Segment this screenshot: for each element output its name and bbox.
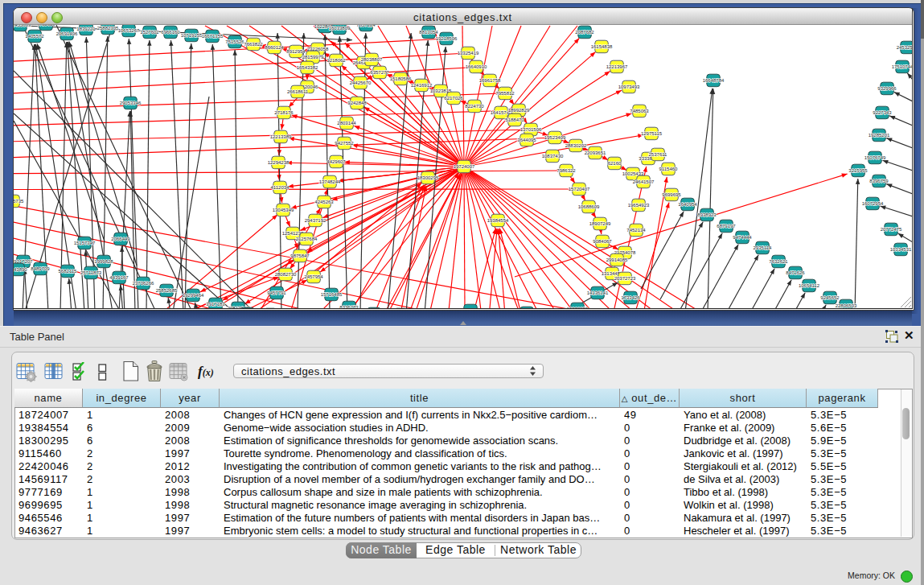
- svg-text:10025433: 10025433: [622, 171, 644, 176]
- svg-text:19724007: 19724007: [454, 164, 475, 169]
- svg-text:9242848: 9242848: [347, 101, 367, 105]
- svg-text:25882305: 25882305: [97, 26, 119, 31]
- svg-text:13748244: 13748244: [319, 179, 341, 184]
- svg-text:6357277: 6357277: [370, 70, 389, 75]
- svg-text:9474444: 9474444: [733, 235, 752, 240]
- svg-text:1733426: 1733426: [621, 295, 640, 300]
- svg-text:20691406: 20691406: [56, 31, 78, 36]
- svg-text:7663822: 7663822: [244, 42, 263, 47]
- svg-text:16033809: 16033809: [329, 26, 351, 31]
- svg-text:2537611: 2537611: [649, 152, 668, 157]
- svg-text:1405572: 1405572: [25, 34, 44, 39]
- svg-text:6879197: 6879197: [717, 224, 736, 229]
- svg-text:19218506: 19218506: [436, 36, 458, 41]
- svg-text:9217207: 9217207: [14, 259, 33, 264]
- svg-text:14136141: 14136141: [587, 290, 609, 295]
- svg-text:22806503: 22806503: [836, 303, 857, 308]
- svg-text:19523409: 19523409: [544, 135, 566, 140]
- svg-text:7485063: 7485063: [630, 109, 649, 113]
- svg-text:7452134: 7452134: [626, 228, 646, 233]
- svg-text:15180586: 15180586: [390, 76, 412, 81]
- svg-text:4735650: 4735650: [36, 25, 55, 27]
- svg-text:23706266: 23706266: [133, 281, 154, 286]
- svg-text:15076749: 15076749: [864, 155, 886, 160]
- svg-text:24532561: 24532561: [897, 45, 912, 50]
- svg-text:1999828: 1999828: [94, 259, 113, 264]
- svg-text:8813054: 8813054: [419, 30, 438, 35]
- svg-text:8224730: 8224730: [465, 104, 484, 109]
- svg-text:28038807: 28038807: [361, 57, 383, 62]
- svg-text:16961758: 16961758: [479, 78, 501, 83]
- svg-text:10719155: 10719155: [181, 33, 203, 38]
- svg-text:18992829: 18992829: [508, 108, 530, 113]
- svg-text:62160: 62160: [608, 161, 622, 166]
- svg-text:18907249: 18907249: [589, 221, 611, 226]
- svg-text:9457791: 9457791: [267, 290, 286, 295]
- svg-text:3917183: 3917183: [206, 302, 225, 307]
- svg-text:1640954: 1640954: [678, 202, 697, 207]
- svg-text:8489709: 8489709: [31, 266, 50, 271]
- svg-text:9875847: 9875847: [290, 253, 310, 258]
- svg-text:6966160: 6966160: [161, 30, 180, 35]
- svg-text:15716485: 15716485: [321, 292, 343, 297]
- svg-text:2803144: 2803144: [337, 121, 356, 126]
- svg-text:8938923: 8938923: [697, 212, 717, 217]
- svg-text:10837430: 10837430: [542, 154, 564, 159]
- svg-text:29914085: 29914085: [606, 257, 628, 262]
- svg-text:28082730: 28082730: [275, 272, 297, 277]
- svg-text:13701506: 13701506: [520, 127, 542, 132]
- svg-text:16640910: 16640910: [466, 64, 487, 69]
- svg-text:12294238: 12294238: [268, 160, 290, 165]
- svg-text:10334531: 10334531: [890, 247, 912, 252]
- svg-text:7515526: 7515526: [225, 39, 244, 44]
- svg-text:20372723: 20372723: [614, 276, 636, 281]
- svg-text:25852685: 25852685: [156, 288, 178, 293]
- svg-text:15157347: 15157347: [74, 241, 96, 245]
- svg-text:24641507: 24641507: [633, 179, 655, 184]
- svg-text:6217026: 6217026: [444, 96, 463, 101]
- svg-text:19285201: 19285201: [869, 133, 890, 138]
- svg-text:29053346: 29053346: [120, 101, 142, 105]
- svg-text:5682115: 5682115: [59, 269, 78, 274]
- svg-text:7955812: 7955812: [495, 91, 515, 96]
- svg-text:12213389: 12213389: [270, 134, 292, 139]
- svg-text:19654923: 19654923: [628, 203, 650, 208]
- svg-text:2718176: 2718176: [274, 110, 294, 115]
- svg-text:21257684: 21257684: [296, 237, 318, 241]
- svg-text:19384554: 19384554: [487, 218, 509, 223]
- svg-text:5188470: 5188470: [505, 117, 524, 122]
- svg-text:10654112: 10654112: [799, 283, 820, 288]
- svg-text:13045349: 13045349: [273, 208, 294, 212]
- svg-text:1839221: 1839221: [76, 27, 96, 31]
- svg-text:26618611: 26618611: [287, 89, 309, 94]
- svg-text:4439167: 4439167: [109, 275, 129, 280]
- svg-text:28159979: 28159979: [302, 55, 324, 60]
- svg-text:4429607: 4429607: [326, 159, 346, 164]
- svg-text:2087682: 2087682: [575, 30, 594, 35]
- svg-text:8660124: 8660124: [265, 45, 284, 50]
- svg-text:18300295: 18300295: [417, 175, 439, 180]
- svg-text:12975115: 12975115: [641, 131, 663, 136]
- svg-text:16543382: 16543382: [297, 65, 318, 70]
- svg-text:25711873: 25711873: [80, 270, 102, 275]
- svg-text:16072954: 16072954: [862, 201, 884, 206]
- svg-text:9699695: 9699695: [662, 192, 681, 197]
- svg-text:17510744: 17510744: [892, 64, 912, 69]
- svg-text:22455603: 22455603: [14, 25, 31, 27]
- svg-text:3215955: 3215955: [848, 168, 868, 173]
- svg-text:9245652: 9245652: [820, 295, 840, 300]
- svg-text:16154838: 16154838: [591, 44, 613, 49]
- svg-text:28830202: 28830202: [565, 143, 587, 148]
- svg-text:16648784: 16648784: [703, 78, 725, 83]
- svg-text:13325419: 13325419: [458, 51, 479, 56]
- svg-text:2066449: 2066449: [111, 237, 130, 241]
- svg-text:4143890: 4143890: [14, 267, 27, 272]
- svg-text:7632621: 7632621: [769, 259, 788, 264]
- svg-text:20772475: 20772475: [881, 227, 902, 232]
- svg-text:10653267: 10653267: [118, 28, 140, 33]
- svg-text:9115460: 9115460: [659, 167, 679, 171]
- svg-text:4245263: 4245263: [314, 200, 334, 204]
- svg-text:15720407: 15720407: [569, 187, 590, 192]
- svg-text:2935114: 2935114: [754, 245, 773, 250]
- svg-text:9227343: 9227343: [873, 110, 892, 115]
